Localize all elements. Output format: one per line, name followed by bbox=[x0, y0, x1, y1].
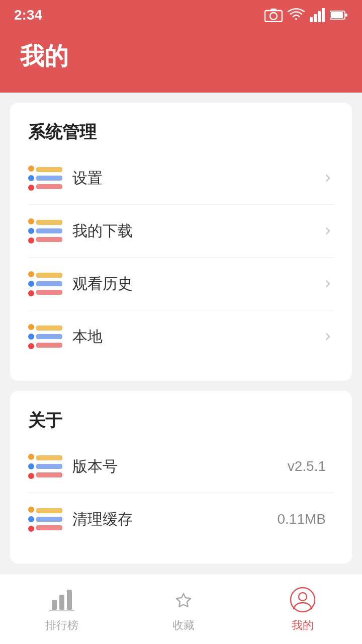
downloads-menu-item[interactable]: 我的下载 bbox=[28, 205, 334, 258]
system-menu-list: 设置 我的下载 bbox=[28, 152, 334, 363]
wifi-icon bbox=[288, 8, 305, 22]
svg-rect-13 bbox=[49, 610, 74, 611]
status-bar: 2:34 bbox=[0, 0, 362, 30]
nav-mine[interactable]: 我的 bbox=[268, 581, 337, 638]
clear-cache-label: 清理缓存 bbox=[72, 509, 278, 530]
svg-rect-3 bbox=[310, 17, 313, 22]
svg-rect-6 bbox=[322, 8, 325, 22]
favorites-nav-icon bbox=[169, 586, 198, 614]
history-menu-item[interactable]: 观看历史 bbox=[28, 258, 334, 310]
clear-cache-icon bbox=[28, 507, 60, 531]
page-header: 我的 bbox=[0, 30, 362, 93]
local-icon bbox=[28, 325, 60, 349]
clear-cache-value: 0.11MB bbox=[278, 511, 326, 527]
downloads-chevron-icon bbox=[322, 225, 334, 237]
history-icon bbox=[28, 272, 60, 296]
svg-rect-11 bbox=[59, 595, 64, 610]
svg-rect-4 bbox=[314, 14, 317, 22]
downloads-label: 我的下载 bbox=[72, 221, 322, 242]
ranking-nav-icon bbox=[48, 586, 76, 614]
settings-label: 设置 bbox=[72, 168, 322, 189]
status-time: 2:34 bbox=[14, 7, 42, 23]
svg-point-1 bbox=[270, 13, 277, 20]
version-menu-item[interactable]: 版本号 v2.5.1 bbox=[28, 440, 334, 493]
svg-rect-10 bbox=[52, 600, 57, 610]
local-menu-item[interactable]: 本地 bbox=[28, 310, 334, 363]
history-label: 观看历史 bbox=[72, 274, 322, 294]
bottom-navigation: 排行榜 收藏 我的 bbox=[0, 574, 362, 644]
battery-icon bbox=[330, 10, 348, 20]
svg-rect-2 bbox=[270, 9, 277, 11]
svg-rect-12 bbox=[67, 590, 72, 610]
version-value: v2.5.1 bbox=[288, 458, 326, 474]
history-chevron-icon bbox=[322, 278, 334, 290]
svg-point-15 bbox=[299, 593, 307, 601]
local-chevron-icon bbox=[322, 331, 334, 343]
nav-ranking[interactable]: 排行榜 bbox=[25, 581, 99, 638]
nav-favorites[interactable]: 收藏 bbox=[149, 581, 218, 638]
system-section-title: 系统管理 bbox=[28, 121, 334, 144]
system-management-card: 系统管理 设置 bbox=[10, 103, 352, 381]
about-card: 关于 版本号 v2.5.1 bbox=[10, 391, 352, 564]
about-menu-list: 版本号 v2.5.1 清理缓存 bbox=[28, 440, 334, 545]
status-icons bbox=[264, 8, 348, 22]
version-icon bbox=[28, 454, 60, 478]
settings-menu-item[interactable]: 设置 bbox=[28, 152, 334, 205]
content-area: 系统管理 设置 bbox=[0, 93, 362, 644]
svg-rect-9 bbox=[345, 14, 347, 17]
photo-icon bbox=[264, 8, 283, 22]
settings-chevron-icon bbox=[322, 172, 334, 184]
ranking-nav-label: 排行榜 bbox=[45, 618, 78, 633]
clear-cache-menu-item[interactable]: 清理缓存 0.11MB bbox=[28, 493, 334, 545]
svg-rect-8 bbox=[331, 12, 343, 18]
mine-nav-label: 我的 bbox=[292, 618, 314, 633]
page-title: 我的 bbox=[20, 40, 342, 72]
svg-rect-5 bbox=[318, 11, 321, 22]
about-section-title: 关于 bbox=[28, 409, 334, 432]
local-label: 本地 bbox=[72, 327, 322, 347]
downloads-icon bbox=[28, 219, 60, 243]
signal-icon bbox=[310, 8, 325, 22]
favorites-nav-label: 收藏 bbox=[172, 618, 195, 633]
mine-nav-icon bbox=[289, 586, 317, 614]
version-label: 版本号 bbox=[72, 456, 288, 477]
settings-icon bbox=[28, 166, 60, 190]
